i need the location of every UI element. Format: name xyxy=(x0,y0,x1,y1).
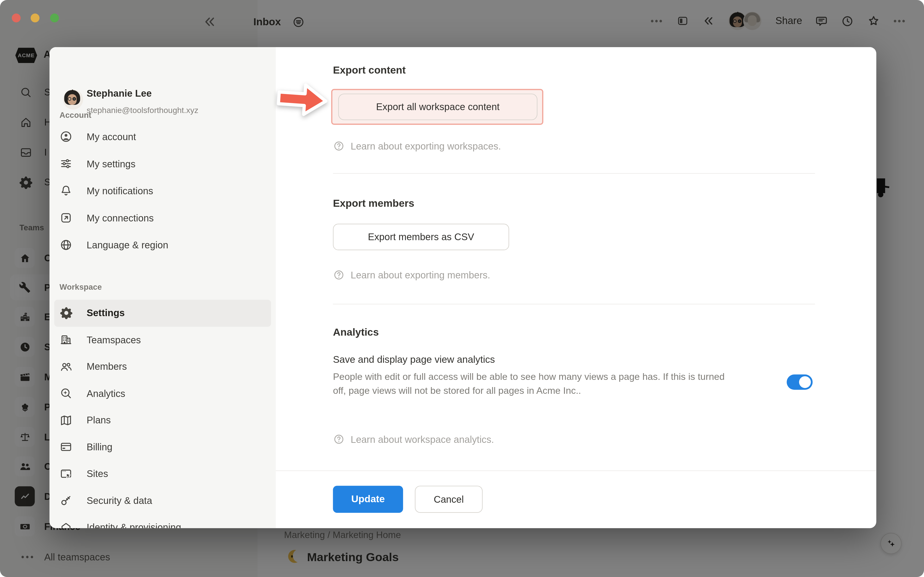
settings-modal: Account Stephanie Lee stephanie@toolsfor… xyxy=(50,47,876,528)
section-divider xyxy=(333,304,815,305)
learn-workspace-analytics-link[interactable]: Learn about workspace analytics. xyxy=(333,433,494,445)
question-circle-icon xyxy=(333,269,345,281)
account-user-row[interactable]: Stephanie Lee stephanie@toolsforthought.… xyxy=(50,86,276,119)
minimize-window-button[interactable] xyxy=(31,13,39,23)
sidebar-item-security-data[interactable]: Security & data xyxy=(54,487,271,514)
hut-icon xyxy=(60,521,73,528)
sidebar-item-my-notifications[interactable]: My notifications xyxy=(54,177,271,205)
learn-exporting-members-link[interactable]: Learn about exporting members. xyxy=(333,269,490,281)
annotation-highlight-box: Export all workspace content xyxy=(331,89,543,125)
sliders-icon xyxy=(60,157,73,170)
key-icon xyxy=(60,494,73,507)
learn-exporting-workspaces-link[interactable]: Learn about exporting workspaces. xyxy=(333,140,501,152)
sidebar-item-my-connections[interactable]: My connections xyxy=(54,205,271,232)
user-name: Stephanie Lee xyxy=(87,88,152,99)
magnifier-sparkle-icon xyxy=(60,387,73,400)
user-avatar xyxy=(63,89,83,110)
sidebar-item-settings[interactable]: Settings xyxy=(54,300,271,327)
export-members-csv-button[interactable]: Export members as CSV xyxy=(333,224,509,250)
sidebar-item-analytics[interactable]: Analytics xyxy=(54,380,271,407)
gear-icon xyxy=(60,306,73,319)
footer-divider xyxy=(276,471,876,471)
map-icon xyxy=(60,414,73,427)
sidebar-item-my-settings[interactable]: My settings xyxy=(54,150,271,177)
user-email: stephanie@toolsforthought.xyz xyxy=(87,106,198,115)
export-content-heading: Export content xyxy=(333,64,406,76)
question-circle-icon xyxy=(333,433,345,445)
browser-cursor-icon xyxy=(60,467,73,480)
sidebar-item-billing[interactable]: Billing xyxy=(54,434,271,460)
export-all-workspace-content-button[interactable]: Export all workspace content xyxy=(338,93,538,120)
sidebar-item-plans[interactable]: Plans xyxy=(54,407,271,434)
annotation-arrow xyxy=(276,80,328,120)
analytics-setting-description: People with edit or full access will be … xyxy=(333,370,732,397)
close-window-button[interactable] xyxy=(12,13,21,23)
screenshot-root: Inbox ••• Share xyxy=(0,0,924,577)
question-circle-icon xyxy=(333,140,345,152)
zoom-window-button[interactable] xyxy=(50,13,59,23)
sidebar-item-my-account[interactable]: My account xyxy=(54,123,271,150)
section-divider xyxy=(333,173,815,174)
sidebar-item-sites[interactable]: Sites xyxy=(54,460,271,487)
analytics-heading: Analytics xyxy=(333,326,379,338)
settings-sidebar: Account Stephanie Lee stephanie@toolsfor… xyxy=(50,47,276,528)
app-window: Inbox ••• Share xyxy=(0,0,924,577)
export-members-heading: Export members xyxy=(333,197,414,210)
person-circle-icon xyxy=(60,130,73,143)
sidebar-item-teamspaces[interactable]: Teamspaces xyxy=(54,327,271,353)
members-icon xyxy=(60,360,73,373)
arrow-out-square-icon xyxy=(60,211,73,224)
bell-icon xyxy=(60,184,73,197)
analytics-setting-title: Save and display page view analytics xyxy=(333,354,495,366)
building-icon xyxy=(60,334,73,347)
globe-icon xyxy=(60,239,73,251)
cancel-button[interactable]: Cancel xyxy=(415,486,483,513)
credit-card-icon xyxy=(60,440,73,453)
sidebar-item-identity-provisioning[interactable]: Identity & provisioning xyxy=(54,514,271,528)
update-button[interactable]: Update xyxy=(333,486,403,513)
settings-content-pane: Export content Export all workspace cont… xyxy=(276,47,876,528)
sidebar-item-language-region[interactable]: Language & region xyxy=(54,231,271,258)
sidebar-item-members[interactable]: Members xyxy=(54,353,271,380)
analytics-toggle[interactable] xyxy=(787,375,813,390)
workspace-section-header: Workspace xyxy=(60,283,102,292)
